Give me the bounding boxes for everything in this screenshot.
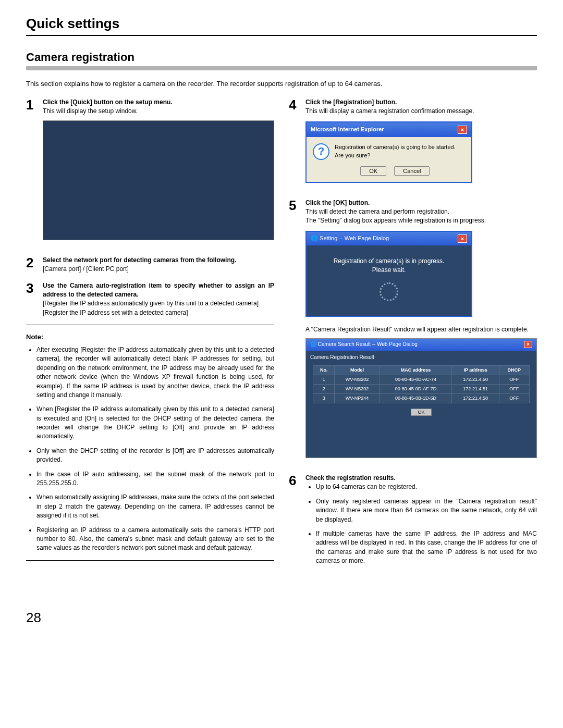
note-separator-top [26, 325, 274, 325]
note-item: In the case of IP auto addressing, set t… [36, 470, 274, 488]
result-subtitle: Camera Registration Result [306, 351, 536, 364]
progress-message: Registration of camera(s) is in progress… [312, 257, 466, 266]
question-icon: ? [313, 143, 329, 160]
step-4-heading: Click the [Registration] button. [305, 98, 397, 106]
dialog-message: Are you sure? [335, 152, 456, 160]
note-item: Registering an IP address to a camera au… [36, 526, 274, 553]
note-item: After executing [Register the IP address… [36, 346, 274, 400]
step-number: 3 [26, 281, 38, 318]
table-header: DHCP [499, 366, 529, 375]
result-table: No. Model MAC address IP address DHCP 1 … [313, 365, 529, 403]
ok-button[interactable]: OK [360, 166, 386, 176]
note-heading: Note: [26, 332, 274, 342]
step-3-text2: [Register the IP address set with a dete… [43, 309, 188, 316]
step-2-text: [Camera port] / [Client PC port] [43, 265, 129, 273]
title-separator [26, 35, 537, 36]
step-number: 2 [26, 256, 38, 274]
step-3: 3 Use the Camera auto-registration item … [26, 281, 274, 318]
step-4: 4 Click the [Registration] button. This … [289, 98, 537, 191]
step-1-heading: Click the [Quick] button on the setup me… [43, 98, 173, 106]
step-5-text1: This will detect the camera and perform … [305, 208, 449, 215]
result-window: 🌐 Camera Search Result -- Web Page Dialo… [305, 338, 537, 458]
intro-text: This section explains how to register a … [26, 80, 537, 88]
spinner-icon [380, 282, 398, 301]
step-number: 6 [289, 474, 300, 571]
close-icon[interactable]: × [524, 341, 532, 348]
section-title: Camera registration [26, 51, 537, 70]
step-5: 5 Click the [OK] button. This will detec… [289, 199, 537, 466]
table-header: No. [313, 366, 335, 375]
step-5-text2: The "Setting" dialog box appears while r… [305, 217, 486, 224]
step-3-text1: [Register the IP address automatically g… [43, 300, 259, 307]
left-column: 1 Click the [Quick] button on the setup … [26, 98, 274, 578]
dialog-title: Microsoft Internet Explorer [311, 126, 384, 134]
step-6-heading: Check the registration results. [305, 474, 396, 482]
table-row: 3 WV-NP244 00-80-45-0B-1D-5D 172.21.4.58… [313, 394, 529, 403]
progress-dialog: 🌐 Setting -- Web Page Dialog × Registrat… [305, 231, 472, 317]
step-2-heading: Select the network port for detecting ca… [43, 256, 236, 264]
page-title: Quick settings [26, 16, 537, 32]
step-6-list: Up to 64 cameras can be registered. Only… [305, 483, 537, 565]
step-5-text3: A "Camera Registration Result" window wi… [305, 326, 529, 333]
right-column: 4 Click the [Registration] button. This … [289, 98, 537, 578]
result-title: 🌐 Camera Search Result -- Web Page Dialo… [310, 341, 418, 349]
note-list: After executing [Register the IP address… [26, 346, 274, 553]
dialog-message: Registration of camera(s) is going to be… [335, 143, 456, 152]
confirmation-dialog: Microsoft Internet Explorer × ? Registra… [305, 121, 472, 183]
step-6: 6 Check the registration results. Up to … [289, 474, 537, 571]
close-icon[interactable]: × [458, 235, 467, 243]
ok-button[interactable]: OK [411, 409, 431, 416]
progress-message: Please wait. [312, 266, 466, 275]
step-1: 1 Click the [Quick] button on the setup … [26, 98, 274, 249]
table-row: 1 WV-NS202 00-80-45-0D-AC-74 172.21.4.50… [313, 375, 529, 385]
note-item: Only when the DHCP setting of the record… [36, 447, 274, 465]
step-number: 5 [289, 199, 300, 466]
step-3-heading: Use the Camera auto-registration item to… [43, 282, 274, 298]
step-number: 4 [289, 98, 300, 191]
table-row: 2 WV-NS202 00-80-45-0D-AF-7D 172.21.4.51… [313, 385, 529, 394]
step-1-text: This will display the setup window. [43, 107, 138, 115]
table-header: Model [335, 366, 380, 375]
note-separator-bottom [26, 560, 274, 561]
step-5-heading: Click the [OK] button. [305, 199, 370, 206]
table-header: IP address [452, 366, 499, 375]
table-header: MAC address [380, 366, 452, 375]
list-item: Only newly registered cameras appear in … [316, 497, 537, 524]
note-item: When automatically assigning IP addresse… [36, 493, 274, 520]
step-number: 1 [26, 98, 38, 249]
note-item: When [Register the IP address automatica… [36, 405, 274, 441]
dialog-title: 🌐 Setting -- Web Page Dialog [311, 235, 389, 243]
close-icon[interactable]: × [458, 126, 467, 134]
cancel-button[interactable]: Cancel [394, 166, 430, 176]
step-2: 2 Select the network port for detecting … [26, 256, 274, 274]
page-number: 28 [26, 610, 537, 626]
list-item: If multiple cameras have the same IP add… [316, 529, 537, 566]
setup-window-screenshot [43, 120, 274, 240]
list-item: Up to 64 cameras can be registered. [316, 483, 537, 491]
step-4-text: This will display a camera registration … [305, 107, 474, 115]
